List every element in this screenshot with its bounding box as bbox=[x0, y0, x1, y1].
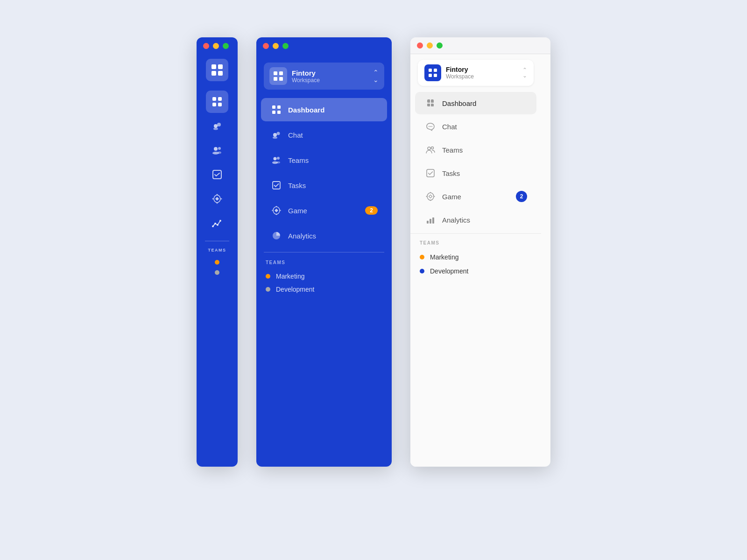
svg-point-21 bbox=[214, 223, 216, 224]
title-bar-light bbox=[410, 37, 550, 54]
svg-point-14 bbox=[218, 152, 221, 154]
team-name-development-light: Development bbox=[430, 267, 469, 275]
svg-point-36 bbox=[277, 157, 280, 160]
nav-item-dashboard-medium[interactable]: Dashboard bbox=[261, 98, 387, 121]
svg-point-11 bbox=[214, 147, 218, 151]
svg-rect-3 bbox=[218, 71, 223, 76]
logo-box[interactable] bbox=[206, 59, 228, 81]
team-item-marketing-medium[interactable]: Marketing bbox=[266, 270, 382, 283]
svg-point-32 bbox=[273, 133, 277, 137]
team-dot-marketing-medium bbox=[266, 274, 270, 279]
svg-point-41 bbox=[280, 210, 281, 211]
svg-point-34 bbox=[273, 137, 277, 139]
svg-rect-45 bbox=[434, 69, 437, 72]
svg-point-19 bbox=[212, 198, 214, 200]
nav-label-chat-light: Chat bbox=[442, 123, 457, 131]
svg-rect-5 bbox=[218, 97, 222, 101]
team-item-development-medium[interactable]: Development bbox=[266, 283, 382, 296]
svg-rect-7 bbox=[218, 103, 222, 106]
workspace-header-medium[interactable]: Fintory Workspace ⌃⌄ bbox=[264, 63, 384, 90]
traffic-light-red-2[interactable] bbox=[263, 43, 269, 49]
nav-label-dashboard-medium: Dashboard bbox=[288, 106, 324, 114]
dashboard-icon bbox=[212, 97, 222, 107]
svg-point-49 bbox=[430, 126, 431, 127]
team-name-development-medium: Development bbox=[276, 286, 315, 293]
svg-point-22 bbox=[217, 224, 218, 226]
window-light: Fintory Workspace ⌃⌄ Dashboard bbox=[410, 37, 550, 467]
svg-point-35 bbox=[274, 157, 277, 161]
svg-point-9 bbox=[217, 123, 221, 126]
traffic-light-green-2[interactable] bbox=[282, 43, 289, 49]
svg-point-42 bbox=[276, 214, 277, 215]
team-name-marketing-light: Marketing bbox=[430, 253, 458, 261]
title-bar-medium bbox=[256, 37, 392, 54]
traffic-light-yellow[interactable] bbox=[213, 43, 219, 49]
svg-rect-27 bbox=[279, 77, 283, 81]
workspace-text-medium: Fintory Workspace bbox=[292, 69, 320, 84]
nav-item-tasks-medium[interactable]: Tasks bbox=[261, 174, 387, 197]
svg-rect-59 bbox=[430, 219, 431, 224]
sidebar-medium: Fintory Workspace ⌃⌄ Dashboard bbox=[256, 54, 392, 467]
game-badge-medium: 2 bbox=[365, 206, 378, 215]
svg-point-38 bbox=[276, 161, 280, 163]
nav-item-teams-light[interactable]: Teams bbox=[415, 139, 536, 161]
svg-rect-47 bbox=[434, 74, 437, 77]
nav-item-analytics-light[interactable]: Analytics bbox=[415, 209, 536, 231]
nav-icon-chat[interactable] bbox=[206, 115, 228, 137]
team-item-marketing-light[interactable]: Marketing bbox=[420, 250, 532, 264]
svg-point-23 bbox=[219, 220, 221, 222]
team-dot-development[interactable] bbox=[215, 270, 219, 275]
nav-item-analytics-medium[interactable]: Analytics bbox=[261, 224, 387, 247]
workspace-header-light[interactable]: Fintory Workspace ⌃⌄ bbox=[418, 60, 534, 86]
nav-item-game-medium[interactable]: Game 2 bbox=[261, 199, 387, 222]
svg-rect-6 bbox=[212, 103, 216, 106]
analytics-icon-light bbox=[424, 214, 437, 226]
nav-icon-tasks[interactable] bbox=[206, 163, 228, 186]
workspace-logo-medium bbox=[269, 67, 287, 85]
svg-point-40 bbox=[276, 206, 277, 207]
traffic-light-green-3[interactable] bbox=[437, 42, 443, 49]
nav-item-chat-light[interactable]: Chat bbox=[415, 115, 536, 138]
svg-rect-60 bbox=[432, 217, 434, 224]
svg-point-17 bbox=[221, 198, 222, 200]
nav-item-teams-medium[interactable]: Teams bbox=[261, 148, 387, 172]
nav-label-teams-light: Teams bbox=[442, 146, 463, 154]
svg-point-43 bbox=[272, 210, 273, 211]
teams-label-medium: TEAMS bbox=[266, 260, 382, 265]
traffic-light-green[interactable] bbox=[223, 43, 229, 49]
nav-icon-analytics[interactable] bbox=[206, 212, 228, 234]
nav-label-tasks-medium: Tasks bbox=[288, 182, 306, 189]
team-dot-marketing[interactable] bbox=[215, 260, 219, 265]
nav-item-dashboard-light[interactable]: Dashboard bbox=[415, 92, 536, 114]
nav-icon-game[interactable] bbox=[206, 188, 228, 210]
dashboard-icon-medium bbox=[270, 104, 282, 116]
sidebar-narrow: TEAMS bbox=[197, 54, 238, 467]
nav-icon-dashboard[interactable] bbox=[206, 91, 228, 113]
nav-item-tasks-light[interactable]: Tasks bbox=[415, 162, 536, 184]
logo-icon bbox=[211, 63, 224, 77]
svg-rect-28 bbox=[272, 105, 275, 109]
game-icon bbox=[212, 194, 222, 204]
svg-point-18 bbox=[217, 203, 218, 204]
traffic-light-red[interactable] bbox=[203, 43, 209, 49]
svg-point-20 bbox=[212, 225, 214, 227]
workspace-text-light: Fintory Workspace bbox=[446, 66, 474, 80]
nav-icon-teams[interactable] bbox=[206, 139, 228, 161]
traffic-light-yellow-3[interactable] bbox=[427, 42, 433, 49]
nav-item-chat-medium[interactable]: Chat bbox=[261, 123, 387, 147]
window-narrow: TEAMS bbox=[197, 37, 238, 467]
svg-rect-1 bbox=[218, 64, 223, 69]
traffic-light-yellow-2[interactable] bbox=[273, 43, 279, 49]
nav-label-analytics-medium: Analytics bbox=[288, 232, 316, 240]
svg-point-33 bbox=[277, 132, 280, 135]
svg-rect-39 bbox=[273, 182, 280, 189]
nav-item-game-light[interactable]: Game 2 bbox=[415, 185, 536, 208]
svg-rect-44 bbox=[429, 69, 432, 72]
teams-icon bbox=[212, 145, 222, 155]
team-item-development-light[interactable]: Development bbox=[420, 264, 532, 278]
sidebar-divider-medium bbox=[264, 252, 384, 252]
svg-rect-4 bbox=[212, 97, 216, 101]
workspace-sub-medium: Workspace bbox=[292, 77, 320, 84]
traffic-light-red-3[interactable] bbox=[417, 42, 423, 49]
svg-rect-24 bbox=[274, 71, 277, 75]
